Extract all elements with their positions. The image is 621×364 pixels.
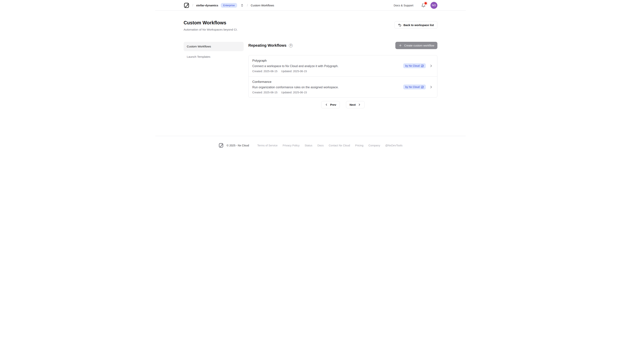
page-subtitle: Automation of Nx Workspaces beyond CI. <box>184 28 238 31</box>
chevron-right-icon[interactable] <box>429 85 433 89</box>
section-header: Repeating Workflows ? Create custom work… <box>248 42 437 49</box>
chevron-left-icon <box>325 103 328 106</box>
nx-logo-icon <box>421 64 424 67</box>
workflow-description: Run organization conformance rules on th… <box>252 85 403 89</box>
breadcrumb-page: Custom Workflows <box>251 4 274 7</box>
nx-logo-icon <box>219 143 224 148</box>
workflow-row-polygraph[interactable]: Polygraph Connect a workspace to Nx Clou… <box>249 55 437 76</box>
chevron-right-icon[interactable] <box>429 64 433 68</box>
workflow-text: Polygraph Connect a workspace to Nx Clou… <box>252 59 403 73</box>
main-content: Custom Workflows Automation of Nx Worksp… <box>184 11 437 136</box>
workflow-created: Created: 2025-06-15 <box>252 91 277 94</box>
section-title: Repeating Workflows <box>248 43 286 47</box>
create-custom-workflow-button[interactable]: Create custom workflow <box>395 42 437 49</box>
workflow-updated: Updated: 2025-06-15 <box>281 91 307 94</box>
footer-links: Terms of Service Privacy Policy Status D… <box>257 144 403 147</box>
chevrons-up-down-icon <box>241 4 244 7</box>
workflow-meta: Created: 2025-06-15 Updated: 2025-06-15 <box>252 91 403 94</box>
footer-link-privacy[interactable]: Privacy Policy <box>282 144 299 147</box>
repeating-workflows-section: Repeating Workflows ? Create custom work… <box>248 42 437 108</box>
docs-support-link[interactable]: Docs & Support <box>394 4 413 7</box>
footer-copyright: © 2025 - Nx Cloud <box>226 144 249 147</box>
footer-link-pricing[interactable]: Pricing <box>355 144 363 147</box>
nx-logo-footer <box>219 143 224 148</box>
sidebar-item-label: Launch Templates <box>187 55 210 59</box>
footer-link-contact[interactable]: Contact Nx Cloud <box>329 144 350 147</box>
badge-label: by Nx Cloud <box>405 85 420 88</box>
sidebar: Custom Workflows Launch Templates <box>184 42 244 108</box>
page-header: Custom Workflows Automation of Nx Worksp… <box>184 11 437 31</box>
sidebar-item-label: Custom Workflows <box>187 45 211 48</box>
nx-logo-icon <box>184 2 190 8</box>
footer-link-terms[interactable]: Terms of Service <box>257 144 278 147</box>
breadcrumb-separator: / <box>192 3 193 7</box>
chevron-right-icon <box>358 103 361 106</box>
footer-link-nxdevtools[interactable]: @NxDevTools <box>385 144 402 147</box>
workflow-row-conformance[interactable]: Conformance Run organization conformance… <box>249 76 437 97</box>
by-nx-cloud-badge[interactable]: by Nx Cloud <box>403 84 426 89</box>
workspace-switcher-button[interactable] <box>240 3 244 7</box>
notifications-button[interactable] <box>420 2 426 8</box>
avatar[interactable]: NO <box>431 2 437 9</box>
nx-logo-icon <box>421 86 424 88</box>
next-label: Next <box>349 103 356 106</box>
page-header-text: Custom Workflows Automation of Nx Worksp… <box>184 20 238 31</box>
plus-icon <box>398 44 402 47</box>
breadcrumb-workspace[interactable]: stellar-dynamics <box>196 4 218 7</box>
workflow-text: Conformance Run organization conformance… <box>252 80 403 94</box>
pagination: Prev Next <box>248 101 437 108</box>
workflow-updated: Updated: 2025-06-15 <box>281 69 307 73</box>
by-nx-cloud-badge[interactable]: by Nx Cloud <box>403 63 426 68</box>
workflow-name: Conformance <box>252 80 403 84</box>
footer-link-docs[interactable]: Docs <box>317 144 324 147</box>
workflows-card: Polygraph Connect a workspace to Nx Clou… <box>248 55 437 98</box>
workflow-name: Polygraph <box>252 59 403 63</box>
workflow-meta: Created: 2025-06-15 Updated: 2025-06-15 <box>252 69 403 73</box>
create-button-label: Create custom workflow <box>404 44 434 47</box>
plan-badge: Enterprise <box>221 3 237 8</box>
workflow-created: Created: 2025-06-15 <box>252 69 277 73</box>
undo-arrow-icon <box>398 23 401 27</box>
footer: © 2025 - Nx Cloud Terms of Service Priva… <box>155 136 466 148</box>
sidebar-item-launch-templates[interactable]: Launch Templates <box>184 52 244 62</box>
breadcrumb-separator: / <box>247 3 248 7</box>
workflow-description: Connect a workspace to Nx Cloud and anal… <box>252 64 403 68</box>
back-to-workspace-list-button[interactable]: Back to workspace list <box>395 21 437 29</box>
help-icon[interactable]: ? <box>289 44 293 47</box>
prev-label: Prev <box>330 103 336 106</box>
nx-logo[interactable] <box>184 2 190 8</box>
footer-link-company[interactable]: Company <box>368 144 380 147</box>
content-row: Custom Workflows Launch Templates Repeat… <box>184 42 437 108</box>
next-button[interactable]: Next <box>346 101 364 108</box>
back-button-label: Back to workspace list <box>403 23 434 27</box>
notification-dot <box>424 2 427 4</box>
top-nav: / stellar-dynamics Enterprise / Custom W… <box>155 0 466 11</box>
page-title: Custom Workflows <box>184 20 238 26</box>
sidebar-item-custom-workflows[interactable]: Custom Workflows <box>184 42 244 51</box>
footer-link-status[interactable]: Status <box>305 144 312 147</box>
prev-button[interactable]: Prev <box>321 101 340 108</box>
badge-label: by Nx Cloud <box>405 64 420 67</box>
